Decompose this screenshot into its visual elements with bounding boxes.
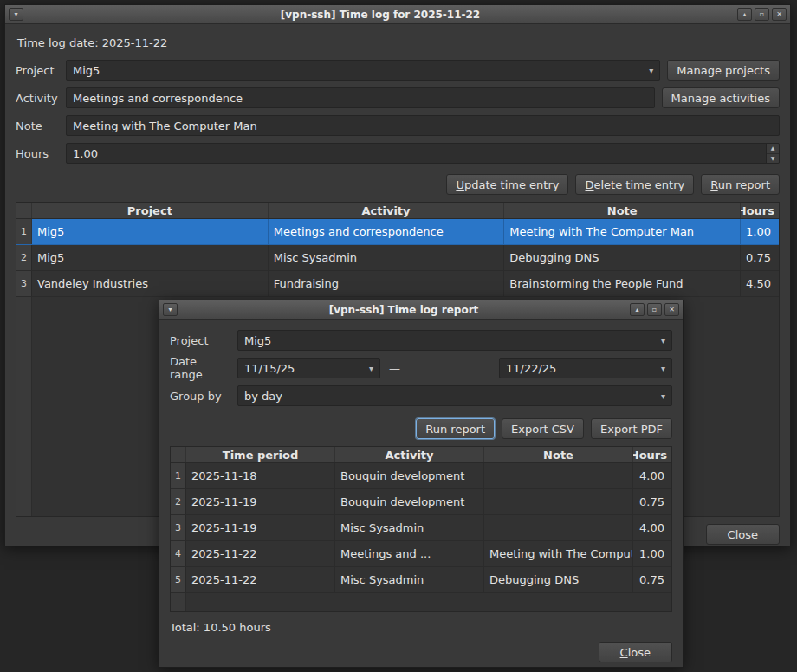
report-close-button[interactable]: Close: [599, 642, 672, 662]
update-time-entry-label: Update time entry: [456, 178, 559, 191]
close-window-button[interactable]: ✕: [772, 8, 787, 21]
chevron-down-icon: ▾: [661, 364, 665, 373]
time-period-column-header[interactable]: Time period: [186, 447, 335, 462]
cell-time-period: 2025-11-19: [186, 489, 335, 514]
delete-time-entry-button[interactable]: Delete time entry: [575, 174, 694, 195]
close-icon: ✕: [776, 11, 782, 18]
project-column-header[interactable]: Project: [32, 203, 269, 218]
manage-projects-button[interactable]: Manage projects: [667, 60, 780, 81]
export-pdf-button[interactable]: Export PDF: [591, 418, 672, 439]
date-range-label: Date range: [170, 355, 230, 381]
cell-activity: Misc Sysadmin: [335, 515, 484, 540]
note-column-header[interactable]: Note: [504, 203, 741, 218]
cell-activity: Bouquin development: [335, 463, 484, 488]
activity-input[interactable]: [67, 92, 654, 105]
report-row[interactable]: 1 2025-11-18 Bouquin development 4.00: [171, 463, 671, 489]
group-by-combobox[interactable]: by day ▾: [237, 385, 672, 406]
activity-column-header[interactable]: Activity: [335, 447, 484, 462]
spin-up-icon[interactable]: ▲: [767, 144, 779, 154]
main-window-title: [vpn-ssh] Time log for 2025-11-22: [27, 9, 734, 21]
update-time-entry-button[interactable]: Update time entry: [446, 174, 568, 195]
maximize-icon: ▫: [760, 11, 764, 18]
main-close-button[interactable]: Close: [706, 524, 780, 545]
date-from-combobox[interactable]: 11/15/25 ▾: [237, 358, 380, 378]
note-input[interactable]: [67, 120, 779, 132]
report-project-combobox[interactable]: Mig5 ▾: [237, 330, 672, 351]
delete-time-entry-label: Delete time entry: [585, 178, 684, 191]
cell-note: [484, 515, 633, 540]
row-number-column-strip: [171, 593, 186, 611]
cell-activity: Bouquin development: [335, 489, 484, 514]
hours-input[interactable]: [67, 147, 766, 160]
date-to-value: 11/22/25: [506, 362, 656, 375]
shade-button[interactable]: ▴: [737, 8, 752, 21]
report-titlebar[interactable]: ▾ [vpn-ssh] Time log report ▴ ▫ ✕: [159, 300, 683, 320]
main-close-label: Close: [728, 528, 758, 541]
report-row[interactable]: 3 2025-11-19 Misc Sysadmin 4.00: [171, 515, 671, 541]
row-number: 2: [16, 245, 32, 270]
shade-button[interactable]: ▴: [630, 303, 645, 316]
date-from-value: 11/15/25: [244, 362, 364, 375]
note-column-header[interactable]: Note: [484, 447, 633, 462]
main-titlebar[interactable]: ▾ [vpn-ssh] Time log for 2025-11-22 ▴ ▫ …: [5, 5, 790, 24]
chevron-down-icon: ▾: [661, 391, 665, 401]
cell-activity: Misc Sysadmin: [269, 245, 505, 270]
row-number: 3: [171, 515, 186, 540]
cell-hours: 0.75: [633, 567, 671, 592]
cell-activity: Meetings and ...: [335, 541, 484, 566]
window-menu-button[interactable]: ▾: [9, 8, 23, 21]
spin-down-icon[interactable]: ▼: [767, 154, 779, 164]
report-window: ▾ [vpn-ssh] Time log report ▴ ▫ ✕ Projec…: [159, 300, 684, 668]
report-run-report-button[interactable]: Run report: [416, 418, 495, 439]
group-by-value: by day: [244, 390, 656, 403]
manage-activities-button[interactable]: Manage activities: [662, 87, 780, 108]
hours-spinbox: ▲ ▼: [66, 143, 780, 164]
maximize-button[interactable]: ▫: [647, 303, 662, 316]
cell-time-period: 2025-11-22: [186, 541, 335, 566]
cell-hours: 0.75: [633, 489, 671, 514]
report-row[interactable]: 2 2025-11-19 Bouquin development 0.75: [171, 489, 671, 515]
shade-icon: ▴: [742, 11, 746, 18]
hours-column-header[interactable]: Hours: [741, 203, 779, 218]
close-window-button[interactable]: ✕: [664, 303, 679, 316]
cell-note: [484, 463, 633, 488]
cell-activity: Fundraising: [269, 271, 505, 296]
activity-column-header[interactable]: Activity: [269, 203, 505, 218]
project-combobox[interactable]: Mig5 ▾: [66, 60, 660, 81]
cell-note: Meeting with The Computer...: [484, 541, 633, 566]
spin-buttons: ▲ ▼: [766, 144, 779, 163]
row-number: 1: [171, 463, 186, 488]
row-number: 1: [16, 219, 32, 244]
cell-note: Meeting with The Computer Man: [504, 219, 741, 244]
time-log-date-label: Time log date: 2025-11-22: [17, 36, 778, 49]
report-row[interactable]: 4 2025-11-22 Meetings and ... Meeting wi…: [171, 541, 671, 567]
activity-row: Activity Manage activities: [16, 87, 780, 108]
cell-project: Vandeley Industries: [32, 271, 269, 296]
row-number-column-strip: [16, 297, 32, 516]
export-csv-button[interactable]: Export CSV: [502, 418, 584, 439]
maximize-button[interactable]: ▫: [755, 8, 769, 21]
hours-column-header[interactable]: Hours: [633, 447, 671, 462]
activity-label: Activity: [16, 92, 59, 105]
run-report-button[interactable]: Run report: [701, 174, 780, 195]
report-close-row: Close: [170, 642, 672, 662]
report-row[interactable]: 5 2025-11-22 Misc Sysadmin Debugging DNS…: [171, 567, 671, 593]
cell-note: Brainstorming the People Fund: [504, 271, 741, 296]
table-row[interactable]: 1 Mig5 Meetings and correspondence Meeti…: [16, 219, 779, 245]
date-to-combobox[interactable]: 11/22/25 ▾: [499, 358, 672, 378]
project-row: Project Mig5 ▾ Manage projects: [16, 60, 780, 81]
cell-hours: 0.75: [741, 245, 779, 270]
window-menu-button[interactable]: ▾: [163, 303, 178, 316]
table-row[interactable]: 2 Mig5 Misc Sysadmin Debugging DNS 0.75: [16, 245, 779, 271]
close-icon: ✕: [669, 307, 675, 313]
chevron-down-icon: ▾: [649, 66, 653, 75]
cell-activity: Misc Sysadmin: [335, 567, 484, 592]
report-actions: Run report Export CSV Export PDF: [170, 418, 672, 439]
cell-note: Debugging DNS: [504, 245, 741, 270]
cell-project: Mig5: [32, 219, 269, 244]
table-row[interactable]: 3 Vandeley Industries Fundraising Brains…: [16, 271, 779, 297]
cell-hours: 4.00: [633, 515, 671, 540]
project-combobox-value: Mig5: [73, 64, 644, 77]
report-table: Time period Activity Note Hours 1 2025-1…: [170, 446, 672, 612]
project-label: Project: [16, 64, 59, 77]
